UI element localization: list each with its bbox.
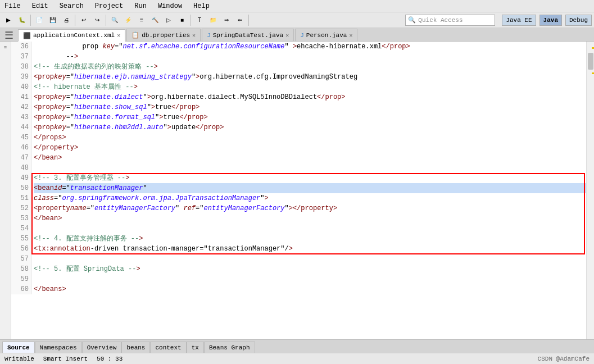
code-line-57[interactable] — [34, 254, 592, 264]
status-position: 50 : 33 — [97, 356, 123, 362]
menu-edit[interactable]: Edit — [30, 1, 51, 11]
toolbar-separator-5 — [248, 15, 249, 26]
quick-access-input[interactable]: 🔍 Quick Access — [405, 15, 495, 26]
tab-label-person: Person.java — [306, 32, 347, 39]
next-button[interactable]: ⇒ — [220, 14, 233, 26]
status-watermark: CSDN @AdamCafe — [538, 356, 590, 362]
menu-bar: File Edit Search Project Run Window Help — [0, 0, 594, 12]
tab-close-springdatatest[interactable]: ✕ — [285, 32, 289, 39]
format-button[interactable]: ≡ — [135, 14, 148, 26]
menu-project[interactable]: Project — [93, 1, 125, 11]
code-line-36[interactable]: prop key="net.sf.ehcache.configurationRe… — [34, 42, 592, 52]
scroll-marker-2 — [592, 72, 594, 74]
tab-icon-person: J — [300, 32, 304, 39]
code-line-48[interactable] — [34, 163, 592, 173]
scroll-marker-1 — [592, 47, 594, 49]
code-line-42[interactable]: <prop key="hibernate.show_sql">true</pro… — [34, 102, 592, 112]
left-sidebar: ≡ — [0, 42, 11, 339]
search-icon: 🔍 — [408, 16, 416, 24]
status-bar: Writable Smart Insert 50 : 33 CSDN @Adam… — [0, 353, 594, 364]
tab-person[interactable]: J Person.java ✕ — [295, 29, 357, 41]
minimize-icon[interactable]: ☰ — [4, 29, 13, 42]
open-type-button[interactable]: T — [193, 14, 206, 26]
tab-icon-applicationcontext: ⬛ — [23, 32, 31, 39]
menu-search[interactable]: Search — [57, 1, 86, 11]
bottom-tab-beans-graph[interactable]: Beans Graph — [204, 342, 255, 353]
toolbar-separator-3 — [106, 15, 106, 26]
toolbar-separator-2 — [75, 15, 75, 26]
bottom-tab-source[interactable]: Source — [2, 342, 35, 353]
code-line-40[interactable]: <!-- hibernate 基本属性 --> — [34, 82, 592, 92]
run-button[interactable]: ▶ — [2, 14, 15, 26]
code-line-41[interactable]: <prop key="hibernate.dialect">org.hibern… — [34, 92, 592, 102]
code-line-51[interactable]: class="org.springframework.orm.jpa.JpaTr… — [34, 193, 592, 203]
undo-button[interactable]: ↩ — [78, 14, 90, 26]
bottom-tab-bar: SourceNamespacesOverviewbeanscontexttxBe… — [0, 339, 594, 353]
code-line-47[interactable]: </bean> — [34, 153, 592, 163]
code-line-43[interactable]: <prop key="hibernate.format_sql">true</p… — [34, 112, 592, 122]
build-button[interactable]: 🔨 — [149, 14, 161, 26]
bottom-tab-tx[interactable]: tx — [187, 342, 204, 353]
code-line-44[interactable]: <prop key="hibernate.hbm2ddl.auto">updat… — [34, 122, 592, 133]
code-line-52[interactable]: <property name="entityManagerFactory" re… — [34, 203, 592, 213]
code-line-46[interactable]: </property> — [34, 143, 592, 153]
tab-label-applicationcontext: applicationContext.xml — [33, 32, 115, 39]
new-button[interactable]: 📄 — [33, 14, 46, 26]
menu-window[interactable]: Window — [156, 1, 184, 11]
code-line-53[interactable]: </bean> — [34, 213, 592, 224]
bottom-tab-beans[interactable]: beans — [121, 342, 150, 353]
code-line-38[interactable]: <!-- 生成的数据表的列的映射策略 --> — [34, 62, 592, 72]
menu-run[interactable]: Run — [132, 1, 149, 11]
editor-tab-bar: ☰ ⬛ applicationContext.xml ✕ 📋 db.proper… — [0, 28, 594, 42]
run2-button[interactable]: ▷ — [162, 14, 175, 26]
save-button[interactable]: 💾 — [47, 14, 59, 26]
menu-file[interactable]: File — [2, 1, 23, 11]
code-line-54[interactable] — [34, 224, 592, 234]
perspective-java[interactable]: Java — [539, 15, 562, 26]
print-button[interactable]: 🖨 — [60, 14, 72, 26]
perspective-debug[interactable]: Debug — [565, 15, 592, 26]
bottom-tab-namespaces[interactable]: Namespaces — [35, 342, 82, 353]
refactor-button[interactable]: ⚡ — [122, 14, 134, 26]
code-line-49[interactable]: <!-- 3. 配置事务管理器 --> — [34, 173, 592, 183]
code-line-60[interactable]: </beans> — [34, 284, 592, 294]
debug-button[interactable]: 🐛 — [16, 14, 28, 26]
redo-button[interactable]: ↪ — [91, 14, 103, 26]
code-line-59[interactable] — [34, 274, 592, 284]
resource-button[interactable]: 📁 — [207, 14, 219, 26]
code-line-50[interactable]: <bean id="transactionManager" — [34, 183, 592, 193]
line-number-gutter: 3637383940414243444546474849505152535455… — [11, 42, 31, 294]
stop-button[interactable]: ■ — [176, 14, 188, 26]
tab-dbproperties[interactable]: 📋 db.properties ✕ — [126, 29, 201, 41]
editor-container: ≡ 36373839404142434445464748495051525354… — [0, 42, 594, 339]
code-content-area[interactable]: prop key="net.sf.ehcache.configurationRe… — [31, 42, 594, 339]
search-button[interactable]: 🔍 — [108, 14, 121, 26]
tab-label-dbproperties: db.properties — [142, 32, 190, 39]
tab-close-dbproperties[interactable]: ✕ — [192, 32, 196, 39]
code-line-55[interactable]: <!-- 4. 配置支持注解的事务 --> — [34, 234, 592, 244]
menu-help[interactable]: Help — [191, 1, 212, 11]
toolbar: ▶ 🐛 📄 💾 🖨 ↩ ↪ 🔍 ⚡ ≡ 🔨 ▷ ■ T 📁 ⇒ ⇐ 🔍 Quic… — [0, 12, 594, 28]
code-line-45[interactable]: </props> — [34, 133, 592, 143]
line-indicator: ≡ — [4, 45, 7, 51]
tab-close-person[interactable]: ✕ — [349, 32, 352, 39]
prev-button[interactable]: ⇐ — [234, 14, 246, 26]
code-line-58[interactable]: <!-- 5. 配置 SpringData --> — [34, 264, 592, 274]
tab-springdatatest[interactable]: J SpringDataTest.java ✕ — [202, 29, 294, 41]
perspective-javaee[interactable]: Java EE — [502, 15, 536, 26]
tab-applicationcontext[interactable]: ⬛ applicationContext.xml ✕ — [18, 29, 125, 42]
code-line-56[interactable]: <tx:annotation-driven transaction-manage… — [34, 244, 592, 254]
quick-access-label: Quick Access — [418, 17, 462, 24]
tab-label-springdatatest: SpringDataTest.java — [213, 32, 283, 39]
code-line-37[interactable]: --> — [34, 52, 592, 62]
status-writable: Writable — [4, 356, 34, 362]
bottom-tab-context[interactable]: context — [150, 342, 186, 353]
tab-close-applicationcontext[interactable]: ✕ — [117, 32, 120, 39]
code-editor[interactable]: 3637383940414243444546474849505152535455… — [11, 42, 594, 339]
status-insert-mode: Smart Insert — [43, 356, 88, 362]
bottom-tab-overview[interactable]: Overview — [82, 342, 122, 353]
code-line-39[interactable]: <prop key="hibernate.ejb.naming_strategy… — [34, 72, 592, 82]
scrollbar-track[interactable] — [586, 42, 594, 339]
toolbar-separator-1 — [30, 15, 31, 26]
scrollbar-thumb[interactable] — [588, 53, 593, 70]
